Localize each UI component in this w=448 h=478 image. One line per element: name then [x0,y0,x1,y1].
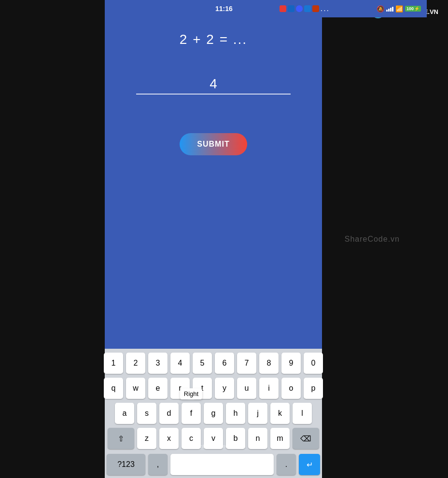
key-y[interactable]: y [215,378,234,399]
battery-icon: 100 ⚡ [405,6,421,12]
side-watermark: ShareCode.vn [345,235,400,244]
key-g[interactable]: g [204,403,223,424]
system-icons: 🔕 📶 100 ⚡ [377,5,421,13]
status-bar: 11:16 ... 🔕 📶 100 ⚡ [210,0,427,17]
status-time: 11:16 [215,5,233,13]
key-m[interactable]: m [270,428,290,449]
more-apps-icon[interactable]: ... [321,4,330,13]
key-b[interactable]: b [226,428,245,449]
keyboard-row-bot: ⇧ z x c v b n m ⌫ [107,428,320,449]
key-w[interactable]: w [126,378,145,399]
mute-icon: 🔕 [377,5,384,13]
key-s[interactable]: s [137,403,156,424]
comma-key[interactable]: , [148,454,168,475]
key-u[interactable]: u [237,378,256,399]
key-7[interactable]: 7 [237,353,256,374]
key-z[interactable]: z [137,428,156,449]
key-c[interactable]: c [182,428,201,449]
key-j[interactable]: j [248,403,267,424]
key-0[interactable]: 0 [304,353,323,374]
notif-icon-3 [296,5,303,12]
key-r[interactable]: r [170,378,190,399]
key-x[interactable]: x [159,428,179,449]
key-k[interactable]: k [270,403,290,424]
key-8[interactable]: 8 [259,353,279,374]
key-v[interactable]: v [204,428,223,449]
numbers-key[interactable]: ?123 [107,454,145,475]
key-9[interactable]: 9 [281,353,301,374]
key-1[interactable]: 1 [104,353,123,374]
keyboard-row-top: q w e r t y u i o p [107,378,320,399]
key-e[interactable]: e [148,378,168,399]
key-6[interactable]: 6 [215,353,234,374]
key-t[interactable]: t [193,378,212,399]
key-i[interactable]: i [259,378,279,399]
key-a[interactable]: a [115,403,134,424]
enter-key[interactable]: ↵ [299,454,320,475]
key-2[interactable]: 2 [126,353,145,374]
keyboard-bottom-section: Copyright © ShareCode.vn ?123 , . ↵ [107,453,320,476]
submit-button[interactable]: SUBMIT [180,133,247,155]
notif-icon-5 [312,5,319,12]
keyboard-row-numbers: 1 2 3 4 5 6 7 8 9 0 [107,353,320,374]
wifi-icon: 📶 [395,5,403,13]
key-4[interactable]: 4 [170,353,190,374]
key-3[interactable]: 3 [148,353,168,374]
key-o[interactable]: o [281,378,301,399]
key-d[interactable]: d [159,403,179,424]
space-key[interactable] [170,454,274,475]
key-5[interactable]: 5 [193,353,212,374]
shift-key[interactable]: ⇧ [108,428,134,449]
math-question: 2 + 2 = ... [180,32,247,47]
period-key[interactable]: . [277,454,296,475]
key-p[interactable]: p [304,378,323,399]
key-n[interactable]: n [248,428,267,449]
notif-icon-4 [304,5,311,12]
app-content: 2 + 2 = ... SUBMIT [105,0,322,349]
notif-icon-1 [280,5,286,12]
key-q[interactable]: q [104,378,123,399]
key-l[interactable]: l [293,403,312,424]
keyboard-bottom-row: ?123 , . ↵ [107,453,320,476]
notification-icons: ... [280,4,330,13]
notif-icon-2 [288,5,294,12]
keyboard-row-mid: a s d f Right g h j k l [107,403,320,424]
answer-input-wrapper [136,76,291,95]
phone-screen: 11:16 ... 🔕 📶 100 ⚡ [105,0,322,478]
keyboard: 1 2 3 4 5 6 7 8 9 0 q w e r t y u i o p … [105,349,322,478]
signal-icon [386,6,393,12]
backspace-key[interactable]: ⌫ [293,428,319,449]
key-f[interactable]: f Right [182,403,201,424]
answer-input[interactable] [136,76,291,92]
key-h[interactable]: h [226,403,245,424]
